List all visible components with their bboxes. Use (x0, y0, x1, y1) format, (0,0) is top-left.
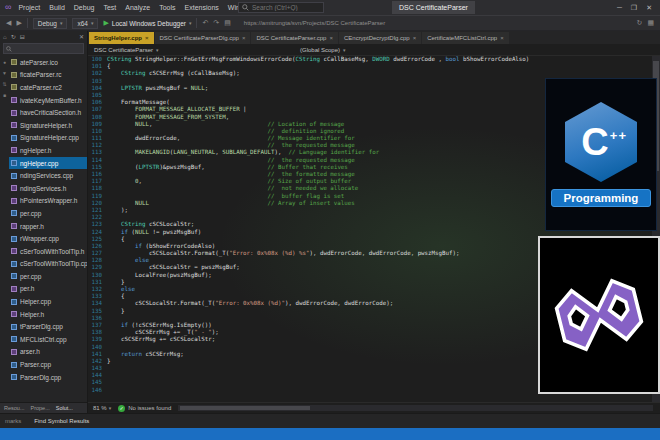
sidebar-file-item[interactable]: Parser.cpp (9, 358, 87, 371)
quick-search-box[interactable] (238, 2, 324, 13)
collapse-all-icon[interactable]: ⊟ (20, 33, 25, 40)
sidebar-file-item[interactable]: ParserDlg.cpp (9, 371, 87, 384)
file-name: arser.h (20, 348, 40, 355)
start-debugging-button[interactable]: ▶Local Windows Debugger▾ (103, 19, 191, 27)
tab-close-icon[interactable]: × (242, 35, 246, 41)
file-icon (11, 147, 17, 153)
line-content: } (107, 308, 124, 315)
file-icon (11, 336, 17, 342)
platform-dropdown[interactable]: x64▾ (72, 18, 98, 29)
navigate-forward-icon[interactable]: ▶ (16, 19, 21, 27)
sidebar-file-item[interactable]: ficateParser.rc (9, 69, 87, 82)
redo-icon[interactable]: ↷ (213, 19, 219, 27)
sidebar-file-item[interactable]: MFCListCtrl.cpp (9, 333, 87, 346)
editor-tab[interactable]: CertificateMFCListCtrl.cpp× (422, 32, 509, 44)
scrollbar-thumb[interactable] (180, 406, 310, 410)
sidebar-file-item[interactable]: arser.h (9, 346, 87, 359)
sidebar-file-item[interactable]: ngHelper.cpp (9, 157, 87, 170)
horizontal-scrollbar[interactable] (178, 405, 653, 411)
sidebar-file-item[interactable]: rapper.h (9, 220, 87, 233)
sidebar-file-item[interactable]: ngHelper.h (9, 144, 87, 157)
zoom-selector[interactable]: 81 %▾ (93, 405, 111, 411)
sidebar-file-item[interactable]: haveCriticalSection.h (9, 106, 87, 119)
list-icon[interactable]: ▦ (647, 19, 654, 27)
sidebar-file-item[interactable]: cSerToolWithToolTip.cpp (9, 258, 87, 271)
sidebar-file-item[interactable]: ateParser.ico (9, 56, 87, 69)
file-name: ficateParser.rc (20, 71, 62, 78)
issues-indicator[interactable]: ✓No issues found (118, 405, 171, 412)
solution-explorer-panel: ⌂ ↻ ⊟ ✕ ● ▼ ⇅ ■ ateParser.icoficateParse… (0, 31, 88, 413)
file-name: Helper.cpp (20, 298, 51, 305)
folder-icon[interactable]: ■ (3, 92, 6, 98)
sidebar-file-item[interactable]: ivateKeyMemBuffer.h (9, 94, 87, 107)
tab-close-icon[interactable]: × (329, 35, 333, 41)
sidebar-file-item[interactable]: SignatureHelper.h (9, 119, 87, 132)
sidebar-file-item[interactable]: cSerToolWithToolTip.h (9, 245, 87, 258)
sync-icon[interactable]: ⇅ (2, 81, 6, 87)
sidebar-file-item[interactable]: Helper.h (9, 308, 87, 321)
menu-item-tools[interactable]: Tools (159, 4, 175, 11)
pin-icon[interactable]: ● (3, 59, 6, 65)
panel-close-icon[interactable]: ✕ (79, 33, 84, 40)
tab-close-icon[interactable]: × (500, 35, 504, 41)
chevron-down-icon: ▾ (109, 405, 112, 411)
line-number: 109 (88, 121, 107, 128)
editor-tab[interactable]: CEncryptDecryptDlg.cpp× (339, 32, 421, 44)
sidebar-file-item[interactable]: per.h (9, 283, 87, 296)
menu-item-extensions[interactable]: Extensions (185, 4, 219, 11)
sidebar-file-item[interactable]: hPointersWrapper.h (9, 195, 87, 208)
bookmarks-panel-label[interactable]: marks (5, 418, 21, 424)
sidebar-bottom-tab[interactable]: Solut... (54, 405, 75, 411)
navigate-back-icon[interactable]: ◀ (6, 19, 11, 27)
chevron-down-icon: ▾ (343, 47, 346, 53)
close-icon[interactable]: ✕ (646, 4, 652, 12)
menu-item-analyze[interactable]: Analyze (125, 4, 150, 11)
cpp-letter: C (581, 123, 608, 161)
menu-item-project[interactable]: Project (18, 4, 40, 11)
line-content: else (107, 286, 135, 293)
sidebar-file-item[interactable]: SignatureHelper.cpp (9, 132, 87, 145)
file-name: Parser.cpp (20, 361, 51, 368)
line-content: // definition ignored (107, 128, 344, 135)
filter-icon[interactable]: ▼ (2, 70, 7, 76)
save-icon[interactable]: ▤ (224, 19, 231, 27)
line-number: 142 (88, 358, 107, 365)
minimize-icon[interactable]: ─ (617, 4, 622, 12)
menu-item-test[interactable]: Test (103, 4, 116, 11)
scope-dropdown[interactable]: (Global Scope)▾ (300, 44, 346, 56)
editor-tab[interactable]: DSC CertificateParserDlg.cpp× (155, 32, 251, 44)
tab-close-icon[interactable]: × (145, 35, 149, 41)
refresh-icon[interactable]: ↻ (637, 19, 643, 27)
solution-search-input[interactable] (14, 46, 81, 52)
solution-search-box[interactable] (3, 43, 84, 54)
line-number: 135 (88, 308, 107, 315)
maximize-icon[interactable]: ❐ (631, 4, 637, 12)
sidebar-bottom-tab[interactable]: Resou... (2, 405, 26, 411)
search-input[interactable] (252, 4, 320, 11)
editor-tab[interactable]: DSC CertificateParser.cpp× (251, 32, 338, 44)
sidebar-file-item[interactable]: rWrapper.cpp (9, 232, 87, 245)
menu-item-build[interactable]: Build (49, 4, 65, 11)
find-symbol-results-tab[interactable]: Find Symbol Results (31, 418, 92, 424)
sidebar-file-item[interactable]: ndingServices.h (9, 182, 87, 195)
editor-tab[interactable]: StringHelper.cpp× (89, 32, 154, 44)
sidebar-file-item[interactable]: per.cpp (9, 270, 87, 283)
sidebar-file-item[interactable]: tParserDlg.cpp (9, 320, 87, 333)
sidebar-file-item[interactable]: ndingServices.cpp (9, 169, 87, 182)
sidebar-file-item[interactable]: per.cpp (9, 207, 87, 220)
file-icon (11, 299, 17, 305)
sidebar-bottom-tab[interactable]: Prope... (28, 405, 51, 411)
tab-close-icon[interactable]: × (413, 35, 417, 41)
project-dropdown[interactable]: DSC CertificateParser▾ (94, 47, 159, 53)
file-icon (11, 311, 17, 317)
menu-item-debug[interactable]: Debug (74, 4, 95, 11)
sidebar-file-item[interactable]: Helper.cpp (9, 295, 87, 308)
refresh-icon[interactable]: ↻ (11, 33, 16, 40)
configuration-dropdown[interactable]: Debug▾ (33, 18, 68, 29)
undo-icon[interactable]: ↶ (202, 19, 208, 27)
file-icon (11, 261, 17, 267)
home-icon[interactable]: ⌂ (3, 34, 7, 40)
sidebar-file-item[interactable]: cateParser.rc2 (9, 81, 87, 94)
toolbar-separator (196, 18, 197, 28)
file-name: ndingServices.h (20, 185, 66, 192)
